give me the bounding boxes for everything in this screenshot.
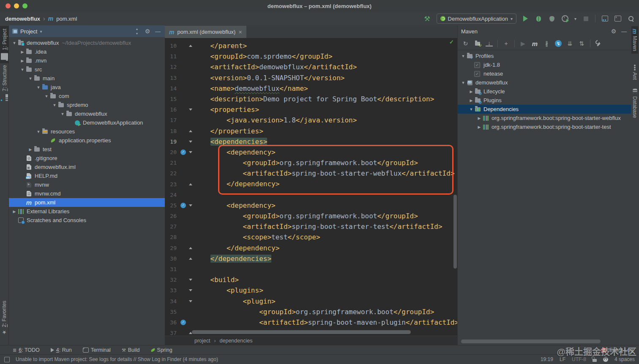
right-arrow-icon[interactable]: ▶ [476,125,482,129]
caret-position[interactable]: 19:19 [541,356,553,362]
toolwindow-spring[interactable]: Spring [151,347,172,353]
run-maven-goal-button[interactable]: ▶ [519,40,527,47]
run-with-coverage-button[interactable] [548,15,556,22]
breadcrumb-file[interactable]: pom.xml [56,16,77,22]
right-arrow-icon[interactable]: ▶ [19,59,25,63]
right-arrow-icon[interactable]: ▶ [11,209,17,214]
toolwindow-terminal[interactable]: Terminal [83,347,111,353]
lock-icon[interactable] [593,359,597,362]
run-configuration-select[interactable]: DemowebfluxApplication ▾ [437,14,516,24]
maven-dependency-gutter-icon[interactable] [180,203,186,208]
code-editor[interactable]: 10 </parent>11 <groupId>com.sprdemo</gro… [165,38,457,336]
fold-marker[interactable] [187,288,194,293]
maven-item-jdk-1-8[interactable]: ✓jdk-1.8 [458,60,631,69]
fold-marker[interactable] [187,43,194,49]
hide-panel-button[interactable]: — [620,28,628,35]
fold-marker[interactable] [187,107,194,112]
chevron-down-icon[interactable]: ▾ [40,29,42,34]
fold-marker[interactable] [187,139,194,144]
editor-vertical-scrollbar[interactable] [453,195,457,269]
toolwindow-build[interactable]: ⚒ Build [122,347,140,353]
toolwindow-toggle-icon[interactable] [4,357,10,362]
tree-item-gitignore[interactable]: .gitignore [9,154,165,163]
tree-item-help-md[interactable]: HELP.md [9,171,165,180]
debug-button[interactable] [535,15,543,22]
tree-item-com[interactable]: ▼com [9,92,165,101]
fold-marker[interactable] [187,149,194,155]
collapse-all-button[interactable] [134,28,141,34]
down-arrow-icon[interactable]: ▼ [468,107,474,111]
tree-item-main[interactable]: ▼main [9,74,165,83]
encoding-indicator[interactable]: UTF-8 [572,356,586,362]
download-sources-button[interactable]: ↓ [486,41,493,46]
settings-gear-button[interactable]: ⚙ [610,28,617,35]
maven-item-plugins[interactable]: ▶Plugins [458,96,631,105]
toolwindow-todo[interactable]: ≣ 6: TODO [13,347,40,353]
down-arrow-icon[interactable]: ▼ [36,130,41,134]
breadcrumb-dependencies-tag[interactable]: dependencies [220,338,253,344]
stop-button[interactable] [582,15,590,22]
profiler-button[interactable] [561,15,569,22]
breadcrumb-project-tag[interactable]: project [194,338,210,344]
right-arrow-icon[interactable]: ▶ [468,90,474,94]
right-arrow-icon[interactable]: ▶ [468,98,474,103]
down-arrow-icon[interactable]: ▼ [60,112,66,116]
indent-indicator[interactable]: 4 spaces [614,356,635,362]
down-arrow-icon[interactable]: ▼ [11,41,17,45]
fold-marker[interactable] [187,182,194,187]
right-arrow-icon[interactable]: ▶ [19,50,25,54]
offline-mode-button[interactable]: ↯ [555,40,562,47]
build-project-button[interactable]: ⚒ [423,15,431,22]
generate-sources-button[interactable] [474,40,481,47]
stripe-tab-favorites[interactable]: ★2: Favorites [0,298,8,338]
tree-item-java[interactable]: ▼java [9,83,165,92]
maven-item-netease[interactable]: ✓netease [458,69,631,78]
close-icon[interactable]: × [238,29,242,35]
right-arrow-icon[interactable]: ▶ [476,116,482,120]
stripe-tab-project[interactable]: 1: Project [0,26,8,63]
toolwindow-event-log[interactable]: Event Log [609,347,633,353]
fold-marker[interactable] [187,256,194,261]
tree-item-mvn[interactable]: ▶.mvn [9,56,165,65]
stripe-tab-database[interactable]: Database [631,85,639,120]
down-arrow-icon[interactable]: ▼ [44,94,49,98]
down-arrow-icon[interactable]: ▼ [19,68,25,72]
fold-marker[interactable] [187,128,194,134]
hide-panel-button[interactable]: — [154,28,161,35]
maven-dependency-gutter-icon[interactable] [180,320,186,325]
down-arrow-icon[interactable]: ▼ [460,81,466,85]
maven-item-profiles[interactable]: ▼Profiles [458,52,631,60]
fold-marker[interactable] [187,245,194,251]
expand-all-button[interactable]: ⇊ [566,40,573,47]
tree-item-mvnw-cmd[interactable]: mvnw.cmd [9,189,165,198]
maven-item-lifecycle[interactable]: ▶Lifecycle [458,87,631,96]
tree-item-demowebflux[interactable]: ▼demowebflux [9,109,165,118]
maven-horizontal-scrollbar[interactable] [461,340,601,343]
down-arrow-icon[interactable]: ▼ [460,54,466,58]
breadcrumb-project[interactable]: demowebflux [5,16,40,22]
status-message[interactable]: Unable to import Maven project: See logs… [16,356,218,362]
add-maven-project-button[interactable]: + [502,40,510,47]
editor-horizontal-scrollbar[interactable] [192,330,411,334]
maven-settings-button[interactable] [595,40,602,47]
stripe-tab-structure[interactable]: 7: Structure [0,62,8,104]
project-structure-button[interactable] [601,15,609,22]
tree-item-application-properties[interactable]: application.properties [9,136,165,145]
skip-tests-button[interactable]: ∦ [543,40,550,47]
run-button[interactable] [522,15,530,22]
maven-item-demowebflux[interactable]: ▼demowebflux [458,78,631,87]
right-arrow-icon[interactable]: ▶ [27,147,33,152]
tree-item-test[interactable]: ▶test [9,145,165,154]
fold-marker[interactable] [187,203,194,208]
toolwindow-run[interactable]: 4: Run [51,347,72,353]
maven-item-org-springframework-boot-spring-boot-starter-webflux[interactable]: ▶org.springframework.boot:spring-boot-st… [458,114,631,122]
stripe-tab-ant[interactable]: Ant [631,62,639,82]
reimport-maven-button[interactable]: ↻ [462,40,469,47]
down-arrow-icon[interactable]: ▼ [36,85,41,90]
down-arrow-icon[interactable]: ▼ [27,76,33,81]
plugin-face-icon[interactable] [603,357,608,362]
search-everywhere-button[interactable] [627,15,635,22]
tree-item-src[interactable]: ▼src [9,65,165,74]
tree-item-demowebfluxapplication[interactable]: DemowebfluxApplication [9,118,165,127]
line-ending-indicator[interactable]: LF [560,356,565,362]
